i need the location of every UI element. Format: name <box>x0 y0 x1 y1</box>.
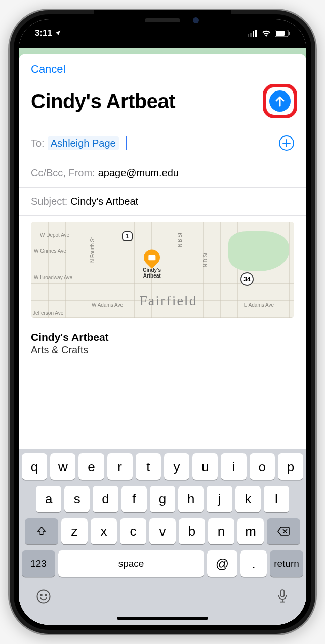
key-f[interactable]: f <box>121 486 147 512</box>
place-name: Cindy's Artbeat <box>31 331 294 343</box>
map-pin: Cindy's Artbeat <box>144 249 160 265</box>
key-space[interactable]: space <box>58 550 204 577</box>
recipient-chip[interactable]: Ashleigh Page <box>48 136 119 150</box>
emoji-icon <box>36 589 51 604</box>
street-label: E Adams Ave <box>244 302 274 308</box>
status-time: 3:11 <box>35 28 52 38</box>
svg-rect-0 <box>248 34 249 37</box>
subject-label: Subject: <box>31 196 67 207</box>
backspace-icon <box>277 526 290 536</box>
key-y[interactable]: y <box>164 453 189 480</box>
key-d[interactable]: d <box>93 486 118 512</box>
street-label: W Grimes Ave <box>34 248 66 254</box>
to-field[interactable]: To: Ashleigh Page <box>19 127 306 159</box>
ccbcc-from-field[interactable]: Cc/Bcc, From: apage@mum.edu <box>19 159 306 188</box>
emoji-button[interactable] <box>36 589 51 608</box>
shift-icon <box>36 526 47 537</box>
street-label: W Broadway Ave <box>34 274 72 280</box>
compose-sheet: Cancel Cindy's Artbeat To: Ashleigh Page <box>19 54 306 625</box>
street-label: N B St <box>177 233 183 247</box>
key-j[interactable]: j <box>207 486 232 512</box>
key-w[interactable]: w <box>50 453 75 480</box>
phone-frame: 3:11 Cancel Cindy's Artbeat <box>8 9 317 635</box>
to-label: To: <box>31 137 45 149</box>
home-indicator[interactable] <box>117 617 208 620</box>
key-123[interactable]: 123 <box>22 550 55 577</box>
key-x[interactable]: x <box>91 518 117 544</box>
key-l[interactable]: l <box>264 486 289 512</box>
subject-value: Cindy's Artbeat <box>70 196 138 207</box>
svg-rect-6 <box>289 32 290 35</box>
plus-icon <box>282 139 291 147</box>
svg-rect-3 <box>255 30 257 37</box>
key-k[interactable]: k <box>235 486 261 512</box>
battery-icon <box>275 30 290 37</box>
key-a[interactable]: a <box>36 486 61 512</box>
map-city-label: Fairfield <box>139 293 197 309</box>
key-s[interactable]: s <box>64 486 90 512</box>
street-label: W Depot Ave <box>40 232 69 238</box>
key-r[interactable]: r <box>107 453 133 480</box>
keyboard-row-4: 123 space @ . return <box>22 550 303 577</box>
key-b[interactable]: b <box>179 518 205 544</box>
key-e[interactable]: e <box>78 453 104 480</box>
cellular-icon <box>248 30 258 37</box>
key-return[interactable]: return <box>270 550 303 577</box>
street-label: N Fourth St <box>90 237 95 263</box>
location-icon <box>54 30 61 37</box>
key-n[interactable]: n <box>208 518 234 544</box>
street-label: Jefferson Ave <box>33 310 63 316</box>
svg-rect-5 <box>276 31 285 36</box>
key-g[interactable]: g <box>150 486 175 512</box>
key-i[interactable]: i <box>221 453 246 480</box>
svg-rect-1 <box>250 33 252 37</box>
key-o[interactable]: o <box>250 453 275 480</box>
street-label: N D St <box>202 253 208 267</box>
key-at[interactable]: @ <box>207 550 237 577</box>
key-q[interactable]: q <box>22 453 47 480</box>
mic-icon <box>276 589 289 604</box>
dictation-button[interactable] <box>276 589 289 608</box>
ccbcc-label: Cc/Bcc, From: <box>31 167 95 179</box>
keyboard: q w e r t y u i o p a s d f g h <box>19 449 306 625</box>
key-v[interactable]: v <box>149 518 176 544</box>
svg-point-9 <box>45 594 47 596</box>
highway-shield: 34 <box>240 272 254 286</box>
key-t[interactable]: t <box>136 453 161 480</box>
key-backspace[interactable] <box>267 518 300 544</box>
key-h[interactable]: h <box>178 486 204 512</box>
svg-point-7 <box>37 590 50 603</box>
keyboard-row-2: a s d f g h j k l <box>22 486 303 512</box>
pin-label: Cindy's Artbeat <box>137 267 167 279</box>
key-dot[interactable]: . <box>240 550 267 577</box>
subject-field[interactable]: Subject: Cindy's Artbeat <box>19 188 306 216</box>
key-c[interactable]: c <box>120 518 146 544</box>
wifi-icon <box>261 30 271 37</box>
compose-title: Cindy's Artbeat <box>31 90 175 113</box>
route-badge: 1 <box>122 231 133 241</box>
message-body[interactable]: Cindy's Artbeat Arts & Crafts <box>19 318 306 361</box>
annotation-highlight <box>263 84 297 118</box>
add-contact-button[interactable] <box>279 135 294 151</box>
street-label: W Adams Ave <box>92 302 123 308</box>
map-attachment[interactable]: W Depot Ave W Grimes Ave W Broadway Ave … <box>31 222 294 318</box>
screen: 3:11 Cancel Cindy's Artbeat <box>19 19 306 625</box>
text-cursor <box>126 136 127 150</box>
cancel-button[interactable]: Cancel <box>31 61 65 78</box>
keyboard-row-3: z x c v b n m <box>22 518 303 544</box>
svg-rect-2 <box>253 31 254 37</box>
svg-rect-10 <box>281 590 284 597</box>
notch <box>94 10 231 31</box>
key-shift[interactable] <box>25 518 58 544</box>
key-u[interactable]: u <box>192 453 218 480</box>
key-z[interactable]: z <box>61 518 88 544</box>
place-category: Arts & Crafts <box>31 344 294 356</box>
key-p[interactable]: p <box>278 453 303 480</box>
svg-point-8 <box>40 594 42 596</box>
from-email: apage@mum.edu <box>98 167 179 179</box>
keyboard-row-1: q w e r t y u i o p <box>22 453 303 480</box>
key-m[interactable]: m <box>237 518 264 544</box>
